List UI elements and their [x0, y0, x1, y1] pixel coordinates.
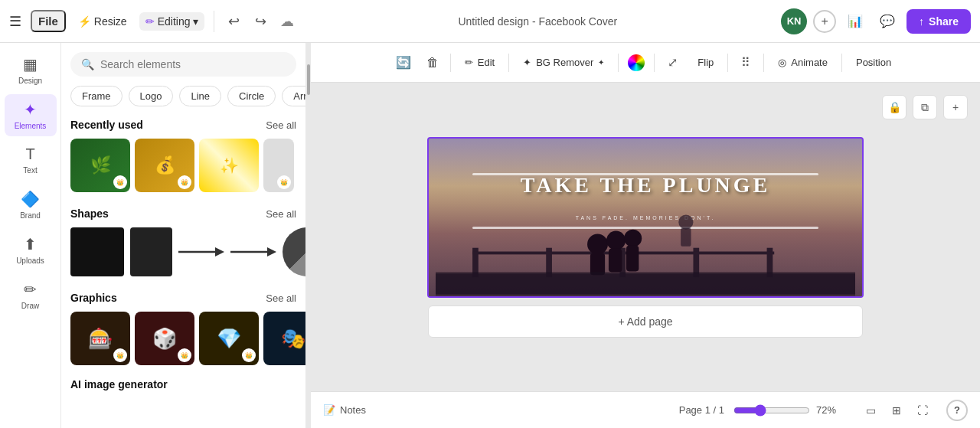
animate-button[interactable]: ◎ Animate [769, 52, 837, 73]
graphic-badge-3: 👑 [242, 348, 256, 362]
ai-section: AI image generator [61, 374, 305, 394]
zoom-slider[interactable] [733, 404, 810, 417]
comments-button[interactable]: 💬 [874, 8, 900, 34]
delete-button[interactable]: 🗑 [420, 50, 446, 76]
shape-arrow-right-2[interactable] [230, 244, 276, 260]
svg-rect-18 [681, 228, 691, 247]
tag-frame[interactable]: Frame [70, 86, 122, 106]
scroll-thumb[interactable] [307, 64, 310, 95]
sidebar-label-brand: Brand [20, 211, 41, 220]
resize-button[interactable]: ⚡ Resize [72, 12, 133, 31]
sidebar: ▦ Design ✦ Elements T Text 🔷 Brand ⬆ Upl… [0, 43, 61, 428]
refresh-button[interactable]: 🔄 [390, 50, 416, 76]
svg-rect-10 [472, 252, 774, 255]
tag-circle[interactable]: Circle [227, 86, 276, 106]
tag-arr[interactable]: Arr... [282, 86, 305, 106]
shapes-grid: › [61, 224, 305, 286]
grid-view-button[interactable]: ⊞ [885, 399, 908, 422]
resize-label: Resize [94, 15, 127, 28]
animate-icon: ◎ [778, 57, 786, 68]
lock-button[interactable]: 🔒 [882, 95, 906, 119]
search-input[interactable] [100, 58, 286, 70]
sidebar-item-draw[interactable]: ✏ Draw [5, 274, 57, 316]
recent-item-1[interactable]: 🌿 👑 [70, 139, 130, 192]
notes-button[interactable]: 📝 Notes [323, 404, 366, 416]
sidebar-item-design[interactable]: ▦ Design [5, 49, 57, 91]
svg-point-17 [678, 215, 693, 230]
resize-icon: ⚡ [78, 15, 91, 28]
tag-line[interactable]: Line [179, 86, 221, 106]
pattern-button[interactable]: ⠿ [733, 50, 759, 76]
recently-used-see-all[interactable]: See all [266, 119, 296, 131]
crop-button[interactable]: ⤢ [659, 50, 685, 76]
expand-button[interactable]: ⛶ [911, 399, 934, 422]
graphic-item-2[interactable]: 🎲 👑 [135, 312, 194, 365]
text-icon: T [25, 145, 34, 163]
add-element-button[interactable]: + [943, 95, 968, 119]
svg-rect-16 [626, 246, 639, 272]
graphics-see-all[interactable]: See all [266, 292, 296, 304]
svg-marker-3 [267, 247, 276, 256]
search-input-wrap[interactable]: 🔍 [70, 52, 296, 77]
copy-button[interactable]: ⧉ [913, 95, 937, 119]
shape-rectangle[interactable] [130, 227, 172, 276]
shape-circle[interactable] [283, 227, 305, 276]
sidebar-item-uploads[interactable]: ⬆ Uploads [5, 229, 57, 271]
file-button[interactable]: File [31, 10, 66, 32]
sidebar-item-text[interactable]: T Text [5, 139, 57, 181]
color-circle [628, 54, 645, 71]
graphics-grid: 🎰 👑 🎲 👑 💎 👑 🎭 👑 › [61, 309, 305, 374]
recently-used-title: Recently used [70, 119, 143, 131]
add-collaborator-button[interactable]: + [813, 10, 836, 33]
editing-label: Editing [158, 15, 191, 28]
divider [214, 11, 214, 32]
bg-remover-label: BG Remover [536, 57, 593, 68]
undo-button[interactable]: ↩ [224, 10, 244, 33]
canvas-controls: 🔒 ⧉ + [882, 95, 968, 119]
single-view-button[interactable]: ▭ [859, 399, 882, 422]
svg-marker-1 [215, 247, 224, 256]
recent-item-2[interactable]: 💰 👑 [135, 139, 194, 192]
add-page-button[interactable]: + Add page [428, 305, 863, 338]
position-label: Position [856, 57, 891, 68]
search-icon: 🔍 [81, 58, 94, 70]
tag-logo[interactable]: Logo [129, 86, 174, 106]
redo-button[interactable]: ↪ [250, 10, 271, 33]
toolbar-divider-6 [763, 54, 764, 72]
ai-title: AI image generator [70, 378, 168, 390]
color-button[interactable] [623, 50, 649, 76]
elements-icon: ✦ [24, 100, 37, 119]
shapes-see-all[interactable]: See all [266, 208, 296, 220]
recent-item-3[interactable]: ✨ [199, 139, 259, 192]
design-icon: ▦ [23, 55, 38, 74]
shape-arrow-right[interactable] [178, 244, 224, 260]
svg-point-13 [606, 231, 626, 250]
sidebar-item-elements[interactable]: ✦ Elements [5, 94, 57, 136]
shape-square[interactable] [70, 227, 124, 276]
sidebar-item-brand[interactable]: 🔷 Brand [5, 184, 57, 226]
graphic-item-3[interactable]: 💎 👑 [199, 312, 259, 365]
stats-button[interactable]: 📊 [842, 8, 868, 34]
graphic-item-4[interactable]: 🎭 👑 [263, 312, 305, 365]
topbar-right: KN + 📊 💬 ↑ Share [781, 8, 971, 34]
avatar[interactable]: KN [781, 8, 807, 34]
recent-item-4[interactable]: 👑 [263, 139, 294, 192]
silhouettes-svg [429, 185, 862, 296]
graphics-header: Graphics See all [61, 286, 305, 309]
editing-button[interactable]: ✏ Editing ▾ [139, 12, 205, 31]
bg-remover-button[interactable]: ✦ BG Remover ✦ [514, 52, 613, 73]
notes-label: Notes [340, 404, 366, 416]
magic-icon: ✦ [598, 58, 604, 67]
brand-icon: 🔷 [21, 190, 40, 208]
document-title: Untitled design - Facebook Cover [300, 15, 775, 28]
position-button[interactable]: Position [847, 52, 900, 73]
help-button[interactable]: ? [946, 400, 968, 421]
menu-icon[interactable]: ☰ [9, 13, 21, 30]
design-canvas[interactable]: TAKE THE PLUNGE TANS FADE. MEMORIES DON'… [427, 137, 864, 298]
share-button[interactable]: ↑ Share [906, 9, 971, 34]
recently-used-more[interactable]: › [299, 139, 305, 192]
edit-button[interactable]: ✏ Edit [456, 52, 504, 73]
graphic-item-1[interactable]: 🎰 👑 [70, 312, 130, 365]
flip-button[interactable]: Flip [688, 52, 723, 73]
toolbar-divider-2 [508, 54, 509, 72]
